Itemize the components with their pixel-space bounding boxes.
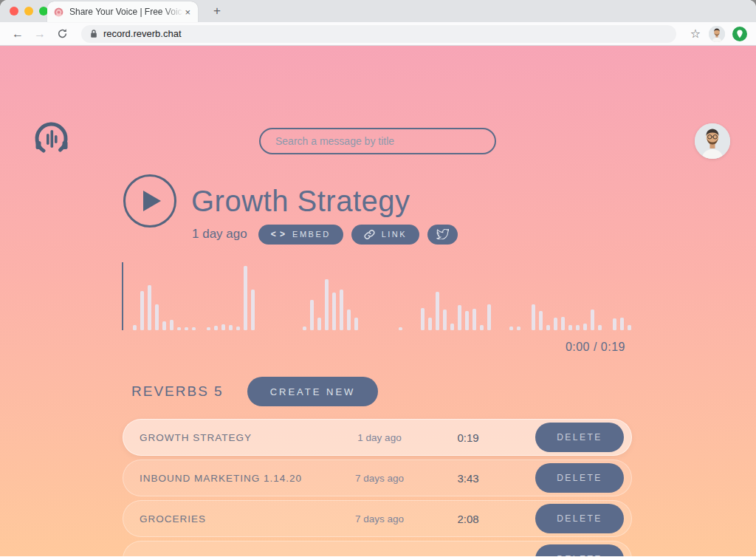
waveform-bar (140, 291, 144, 330)
reverb-row[interactable]: INBOUND MARKETING 1.14.20 7 days ago 3:4… (123, 459, 632, 496)
waveform[interactable] (122, 262, 625, 330)
reverb-row[interactable]: GROWTH STRATEGY 1 day ago 0:19 DELETE (123, 419, 632, 456)
embed-button[interactable]: < > EMBED (258, 225, 343, 245)
browser-tab[interactable]: Share Your Voice | Free Voice No × (47, 1, 198, 22)
delete-button[interactable]: DELETE (535, 423, 624, 452)
playhead[interactable] (122, 262, 123, 330)
waveform-bar (325, 279, 329, 330)
tab-title: Share Your Voice | Free Voice No (69, 7, 183, 17)
reverb-row-title: GROWTH STRATEGY (140, 432, 331, 443)
waveform-bar (303, 327, 306, 330)
reverb-row-duration: 2:08 (427, 513, 509, 525)
reverb-row-duration: 3:43 (427, 472, 509, 485)
waveform-bar (443, 310, 447, 330)
link-button[interactable]: LINK (351, 225, 419, 245)
waveform-bar (207, 327, 210, 330)
reverbs-header: REVERBS 5 CREATE NEW (131, 377, 378, 406)
waveform-bar (236, 327, 240, 330)
browser-profile-avatar[interactable] (709, 26, 725, 42)
close-window-button[interactable] (10, 7, 18, 16)
waveform-bar (583, 324, 587, 330)
address-bar[interactable]: record.reverb.chat (81, 25, 676, 43)
reverb-row-duration: 0:19 (427, 431, 509, 444)
recording-age: 1 day ago (192, 227, 247, 242)
reverb-favicon-icon (53, 7, 64, 18)
waveform-bar (620, 318, 624, 330)
waveform-bar (317, 318, 321, 330)
waveform-bar (613, 318, 616, 330)
search-input[interactable] (259, 128, 496, 154)
reverb-row[interactable]: PROJECT THOUGHTS 7 days ago 0:40 DELETE (123, 541, 632, 556)
waveform-bar (244, 266, 247, 330)
waveform-bar (561, 317, 565, 330)
waveform-bar (428, 318, 432, 330)
reverb-row-duration: 0:40 (427, 553, 509, 557)
tab-strip: Share Your Voice | Free Voice No × + (0, 0, 756, 22)
waveform-bar (546, 325, 550, 330)
delete-button[interactable]: DELETE (535, 544, 624, 556)
twitter-icon (436, 229, 449, 239)
waveform-bar (192, 327, 196, 330)
twitter-share-button[interactable] (427, 225, 458, 245)
waveform-bars (122, 262, 625, 330)
player-meta: 1 day ago < > EMBED LINK (192, 224, 458, 245)
player-header: Growth Strategy (123, 174, 410, 228)
waveform-bar (185, 327, 188, 330)
bookmark-star-icon[interactable]: ☆ (687, 27, 704, 41)
waveform-bar (162, 321, 166, 330)
reverb-logo-icon[interactable] (32, 120, 71, 158)
back-icon[interactable]: ← (9, 25, 27, 43)
delete-button[interactable]: DELETE (535, 504, 624, 533)
play-button[interactable] (123, 174, 176, 228)
close-tab-icon[interactable]: × (183, 7, 192, 18)
user-avatar[interactable] (695, 123, 730, 159)
time-display: 0:00 / 0:19 (122, 341, 625, 354)
waveform-bar (472, 309, 476, 330)
waveform-bar (487, 304, 491, 330)
waveform-bar (399, 327, 402, 330)
waveform-bar (598, 325, 602, 330)
reverb-row-title: PROJECT THOUGHTS (140, 554, 331, 557)
waveform-bar (517, 327, 520, 330)
reverb-row-age: 1 day ago (331, 432, 427, 443)
delete-button[interactable]: DELETE (535, 463, 624, 493)
waveform-bar (155, 304, 159, 330)
minimize-window-button[interactable] (24, 7, 33, 16)
reverb-row-title: GROCERIES (140, 513, 331, 524)
reverb-row-age: 7 days ago (331, 554, 427, 557)
waveform-bar (509, 327, 513, 330)
waveform-bar (340, 290, 343, 330)
window-controls (10, 7, 48, 16)
waveform-bar (568, 325, 572, 330)
lock-icon (90, 29, 97, 38)
waveform-bar (591, 310, 594, 330)
waveform-bar (214, 326, 218, 330)
new-tab-button[interactable]: + (208, 2, 226, 20)
waveform-bar (554, 318, 557, 330)
reverb-list: GROWTH STRATEGY 1 day ago 0:19 DELETE IN… (123, 419, 632, 556)
waveform-bar (133, 325, 137, 330)
waveform-bar (458, 305, 461, 330)
waveform-bar (436, 292, 439, 330)
waveform-bar (532, 304, 535, 330)
browser-window: Share Your Voice | Free Voice No × + ← →… (0, 0, 756, 557)
forward-icon: → (31, 25, 49, 43)
reverb-row-age: 7 days ago (331, 473, 427, 484)
extension-icon[interactable] (732, 27, 747, 41)
reverb-page: Growth Strategy 1 day ago < > EMBED LINK (0, 46, 756, 556)
create-new-button[interactable]: CREATE NEW (247, 377, 379, 406)
waveform-bar (450, 324, 454, 330)
waveform-bar (221, 324, 225, 330)
waveform-bar (480, 325, 484, 330)
reverb-row-title: INBOUND MARKETING 1.14.20 (140, 473, 331, 484)
waveform-bar (332, 293, 336, 330)
reverbs-count-heading: REVERBS 5 (131, 383, 224, 400)
reverb-row[interactable]: GROCERIES 7 days ago 2:08 DELETE (123, 500, 632, 537)
waveform-bar (628, 325, 631, 330)
waveform-bar (354, 318, 358, 330)
waveform-bar (148, 285, 151, 330)
waveform-bar (465, 311, 469, 330)
reload-icon[interactable] (53, 25, 71, 43)
waveform-bar (347, 310, 351, 330)
waveform-bar (177, 327, 181, 330)
